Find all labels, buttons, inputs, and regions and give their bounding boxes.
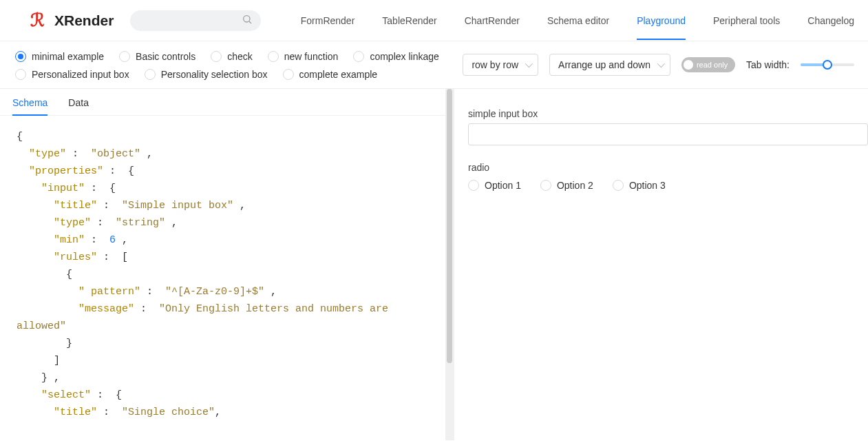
- scrollbar-thumb[interactable]: [447, 89, 452, 363]
- example-radio-group: minimal example Basic controls check new…: [15, 51, 456, 80]
- app-header: ℛ XRender FormRender TableRender ChartRe…: [0, 0, 868, 41]
- example-label: minimal example: [32, 51, 104, 62]
- logo[interactable]: ℛ XRender: [30, 10, 114, 31]
- editor-scrollbar[interactable]: [445, 89, 454, 440]
- switch-text: read only: [697, 61, 728, 69]
- example-personality-selection[interactable]: Personality selection box: [145, 69, 268, 80]
- nav-formrender[interactable]: FormRender: [301, 1, 355, 40]
- layout-select-row[interactable]: row by row: [463, 54, 538, 76]
- radio-icon: [145, 69, 156, 80]
- radio-icon: [613, 180, 624, 191]
- switch-handle: [684, 60, 693, 70]
- preview-radio-options: Option 1 Option 2 Option 3: [468, 180, 868, 191]
- brand-text: XRender: [54, 12, 114, 29]
- main-nav: FormRender TableRender ChartRender Schem…: [301, 1, 854, 40]
- search-input[interactable]: [130, 10, 261, 31]
- select-value: row by row: [472, 59, 518, 70]
- readonly-switch[interactable]: read only: [681, 57, 735, 72]
- example-check[interactable]: check: [211, 51, 253, 62]
- logo-icon: ℛ: [30, 10, 45, 31]
- example-complete[interactable]: complete example: [283, 69, 378, 80]
- example-label: new function: [284, 51, 339, 62]
- svg-line-1: [249, 21, 251, 23]
- radio-option-label: Option 3: [629, 180, 666, 191]
- nav-peripheral-tools[interactable]: Peripheral tools: [713, 1, 780, 40]
- example-minimal[interactable]: minimal example: [15, 51, 104, 62]
- schema-editor[interactable]: { "type" : "object" , "properties" : { "…: [0, 116, 454, 440]
- toolbar-controls: row by row Arrange up and down read only…: [463, 51, 854, 76]
- svg-point-0: [244, 16, 250, 22]
- radio-icon: [15, 51, 26, 62]
- tab-data[interactable]: Data: [68, 97, 89, 115]
- radio-icon: [119, 51, 130, 62]
- search-icon: [242, 14, 253, 27]
- radio-icon: [353, 51, 364, 62]
- preview-radio-3[interactable]: Option 3: [613, 180, 666, 191]
- radio-icon: [211, 51, 222, 62]
- preview-input[interactable]: [468, 123, 868, 145]
- tab-schema[interactable]: Schema: [12, 97, 47, 115]
- preview-input-label: simple input box: [468, 108, 868, 119]
- editor-tabs: Schema Data: [0, 89, 454, 116]
- example-label: Personalized input box: [32, 69, 129, 80]
- example-label: check: [227, 51, 253, 62]
- tab-width-label: Tab width:: [746, 59, 790, 70]
- nav-playground[interactable]: Playground: [637, 1, 686, 40]
- nav-chartrender[interactable]: ChartRender: [465, 1, 520, 40]
- preview-radio-label: radio: [468, 162, 868, 173]
- radio-option-label: Option 2: [557, 180, 593, 191]
- nav-changelog[interactable]: Changelog: [807, 1, 854, 40]
- radio-option-label: Option 1: [485, 180, 521, 191]
- preview-panel: simple input box radio Option 1 Option 2…: [454, 89, 868, 440]
- slider-handle[interactable]: [823, 60, 832, 70]
- radio-icon: [15, 69, 26, 80]
- radio-icon: [468, 180, 479, 191]
- example-label: complex linkage: [370, 51, 438, 62]
- select-value: Arrange up and down: [558, 59, 650, 70]
- example-basic-controls[interactable]: Basic controls: [119, 51, 195, 62]
- example-complex-linkage[interactable]: complex linkage: [353, 51, 438, 62]
- editor-panel: Schema Data { "type" : "object" , "prope…: [0, 89, 454, 440]
- example-label: Personality selection box: [161, 69, 268, 80]
- radio-icon: [283, 69, 294, 80]
- example-label: complete example: [299, 69, 378, 80]
- playground-toolbar: minimal example Basic controls check new…: [0, 41, 868, 89]
- example-label: Basic controls: [136, 51, 195, 62]
- preview-radio-group: radio Option 1 Option 2 Option 3: [468, 162, 868, 191]
- radio-icon: [540, 180, 551, 191]
- layout-select-arrange[interactable]: Arrange up and down: [549, 54, 670, 76]
- radio-icon: [268, 51, 279, 62]
- nav-tablerender[interactable]: TableRender: [382, 1, 436, 40]
- preview-radio-2[interactable]: Option 2: [540, 180, 593, 191]
- tab-width-slider[interactable]: [801, 63, 854, 66]
- example-new-function[interactable]: new function: [268, 51, 339, 62]
- preview-radio-1[interactable]: Option 1: [468, 180, 521, 191]
- example-personalized-input[interactable]: Personalized input box: [15, 69, 129, 80]
- main-area: Schema Data { "type" : "object" , "prope…: [0, 89, 868, 440]
- nav-schema-editor[interactable]: Schema editor: [547, 1, 609, 40]
- preview-input-group: simple input box: [468, 108, 868, 145]
